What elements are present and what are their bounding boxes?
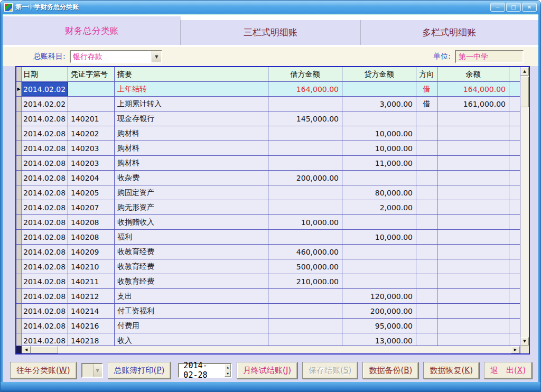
cell-balance[interactable] (437, 156, 509, 170)
cell-summary[interactable]: 收杂费 (115, 171, 268, 185)
cell-summary[interactable]: 购材料 (115, 141, 268, 155)
table-row[interactable]: 2014.02.08 140201 现金存银行 145,000.00 (16, 111, 520, 126)
cell-balance[interactable] (437, 289, 509, 303)
row-selector[interactable] (16, 230, 22, 244)
closing-date-picker[interactable]: 2014-02-28 ▲ ▼ (178, 363, 232, 378)
tab-general-ledger[interactable]: 财务总分类账 (3, 16, 181, 45)
row-selector[interactable] (16, 141, 22, 155)
cell-debit[interactable] (268, 185, 342, 200)
cell-summary[interactable]: 上年结转 (115, 82, 268, 96)
cell-balance[interactable] (437, 245, 509, 259)
row-selector[interactable] (16, 185, 22, 200)
cell-balance[interactable] (437, 126, 509, 141)
tab-multi-column-ledger[interactable]: 多栏式明细账 (360, 20, 538, 45)
cell-date[interactable]: 2014.02.08 (22, 141, 68, 155)
cell-direction[interactable] (416, 215, 437, 229)
table-row[interactable]: 2014.02.08 140207 购无形资产 2,000.00 (16, 200, 520, 215)
row-selector[interactable]: ▶ (16, 82, 22, 96)
cell-direction[interactable] (416, 289, 437, 303)
cell-credit[interactable]: 3,000.00 (342, 97, 416, 111)
cell-balance[interactable]: 164,000.00 (437, 82, 509, 96)
scroll-right-icon[interactable]: ▶ (511, 346, 520, 353)
row-selector[interactable] (16, 126, 22, 141)
row-selector[interactable] (16, 97, 22, 111)
cell-balance[interactable] (437, 141, 509, 155)
cell-credit[interactable]: 10,000.00 (342, 141, 416, 155)
cell-voucher[interactable]: 140201 (68, 111, 115, 126)
maximize-icon[interactable]: □ (506, 3, 521, 12)
cell-voucher[interactable] (68, 97, 115, 111)
table-row[interactable]: 2014.02.02 上期累计转入 3,000.00 借 161,000.00 (16, 97, 520, 111)
cell-direction[interactable]: 借 (416, 82, 437, 96)
cell-voucher[interactable]: 140205 (68, 185, 115, 200)
prev-years-ledger-button[interactable]: 往年分类账(W) (10, 362, 77, 379)
cell-direction[interactable] (416, 126, 437, 141)
cell-debit[interactable]: 200,000.00 (268, 171, 342, 185)
table-row[interactable]: 2014.02.08 140216 付费用 95,000.00 (16, 319, 520, 333)
hscroll-thumb[interactable] (31, 346, 58, 353)
row-selector[interactable] (16, 333, 22, 346)
cell-date[interactable]: 2014.02.08 (22, 274, 68, 288)
cell-credit[interactable]: 95,000.00 (342, 319, 416, 333)
cell-balance[interactable]: 161,000.00 (437, 97, 509, 111)
cell-debit[interactable] (268, 304, 342, 318)
cell-date[interactable]: 2014.02.08 (22, 156, 68, 170)
cell-direction[interactable] (416, 319, 437, 333)
spin-down-icon[interactable]: ▼ (225, 370, 231, 377)
cell-balance[interactable] (437, 200, 509, 214)
cell-date[interactable]: 2014.02.08 (22, 215, 68, 229)
cell-direction[interactable] (416, 185, 437, 200)
vertical-scrollbar[interactable]: ▲ ▼ (520, 67, 529, 353)
table-row[interactable]: 2014.02.08 140218 收入 13,000.00 (16, 333, 520, 346)
cell-voucher[interactable]: 140209 (68, 245, 115, 259)
exit-button[interactable]: 退 出(X) (484, 362, 532, 379)
cell-voucher[interactable]: 140214 (68, 304, 115, 318)
cell-debit[interactable] (268, 126, 342, 141)
horizontal-scrollbar[interactable]: ◀ ▶ (16, 346, 520, 353)
cell-summary[interactable]: 福利 (115, 230, 268, 244)
cell-balance[interactable] (437, 319, 509, 333)
cell-summary[interactable]: 收教育经费 (115, 259, 268, 274)
cell-date[interactable]: 2014.02.08 (22, 333, 68, 346)
cell-direction[interactable] (416, 274, 437, 288)
cell-direction[interactable] (416, 245, 437, 259)
cell-credit[interactable] (342, 274, 416, 288)
row-selector[interactable] (16, 274, 22, 288)
cell-direction[interactable] (416, 141, 437, 155)
minimize-icon[interactable]: ─ (490, 3, 505, 12)
closing-date-value[interactable]: 2014-02-28 (179, 364, 225, 377)
cell-voucher[interactable]: 140210 (68, 259, 115, 274)
table-row[interactable]: 2014.02.08 140214 付工资福利 200,000.00 (16, 304, 520, 319)
cell-balance[interactable] (437, 185, 509, 200)
cell-credit[interactable] (342, 171, 416, 185)
data-backup-button[interactable]: 数据备份(B) (362, 362, 418, 379)
cell-summary[interactable]: 支出 (115, 289, 268, 303)
row-selector[interactable] (16, 245, 22, 259)
cell-direction[interactable] (416, 156, 437, 170)
vscroll-track[interactable] (520, 76, 529, 337)
cell-summary[interactable]: 购材料 (115, 156, 268, 170)
cell-balance[interactable] (437, 171, 509, 185)
cell-debit[interactable]: 164,000.00 (268, 82, 342, 96)
cell-debit[interactable] (268, 230, 342, 244)
table-row[interactable]: 2014.02.08 140203 购材料 10,000.00 (16, 141, 520, 156)
row-selector[interactable] (16, 111, 22, 126)
year-combobox[interactable]: ▼ (81, 363, 103, 378)
cell-direction[interactable] (416, 230, 437, 244)
row-selector[interactable] (16, 200, 22, 214)
cell-voucher[interactable]: 140203 (68, 156, 115, 170)
cell-direction[interactable]: 借 (416, 97, 437, 111)
cell-credit[interactable]: 200,000.00 (342, 304, 416, 318)
table-row[interactable]: 2014.02.08 140202 购材料 10,000.00 (16, 126, 520, 141)
cell-credit[interactable] (342, 111, 416, 126)
cell-date[interactable]: 2014.02.08 (22, 319, 68, 333)
cell-debit[interactable]: 210,000.00 (268, 274, 342, 288)
subject-combobox[interactable]: 银行存款 ▼ (70, 50, 162, 63)
table-row[interactable]: 2014.02.08 140211 收教育经费 210,000.00 (16, 274, 520, 289)
scroll-left-icon[interactable]: ◀ (22, 346, 31, 353)
cell-direction[interactable] (416, 333, 437, 346)
tab-three-column-ledger[interactable]: 三栏式明细账 (181, 20, 359, 45)
cell-credit[interactable]: 120,000.00 (342, 289, 416, 303)
scroll-up-icon[interactable]: ▲ (520, 67, 529, 76)
cell-balance[interactable] (437, 274, 509, 288)
